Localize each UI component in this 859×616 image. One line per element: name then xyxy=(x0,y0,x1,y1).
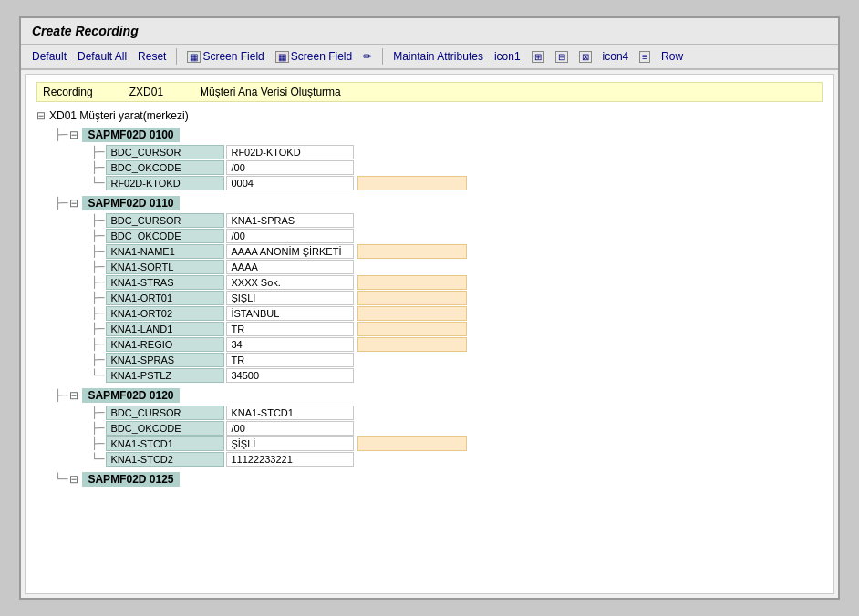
section-0100-rows: ├─ BDC_CURSOR RF02D-KTOKD ├─ BDC_OKCODE … xyxy=(91,145,823,190)
field-bdc-cursor-0110: BDC_CURSOR xyxy=(106,213,224,228)
field-kna1-stcd1: KNA1-STCD1 xyxy=(106,436,224,451)
tree-root: ⊟ XD01 Müşteri yarat(merkezi) ├─ ⊟ SAPMF… xyxy=(36,109,823,487)
row-kna1-stcd2: └─ KNA1-STCD2 11122233221 xyxy=(91,452,823,467)
section-0100-connector: ├─ xyxy=(55,128,67,141)
field-kna1-pstlz: KNA1-PSTLZ xyxy=(106,368,224,383)
row-kna1-name1: ├─ KNA1-NAME1 AAAA ANONİM ŞİRKETİ xyxy=(91,244,823,259)
screen-field-icon-2: ▦ xyxy=(275,51,289,63)
section-0110: ├─ ⊟ SAPMF02D 0110 ├─ BDC_CURSOR KNA1-SP… xyxy=(55,196,823,383)
value-rf02d-ktokd: 0004 xyxy=(226,176,354,190)
row-kna1-stcd1: ├─ KNA1-STCD1 ŞİŞLİ xyxy=(91,436,823,451)
row-connector: ├─ xyxy=(91,276,104,289)
screen-field-2-button[interactable]: ▦ Screen Field xyxy=(272,48,356,65)
value-kna1-land1: TR xyxy=(226,322,354,336)
screen-field-1-label: Screen Field xyxy=(202,50,264,63)
row-kna1-land1: ├─ KNA1-LAND1 TR xyxy=(91,322,823,336)
row-kna1-ort02: ├─ KNA1-ORT02 İSTANBUL xyxy=(91,306,823,321)
param-kna1-regio xyxy=(357,337,467,352)
default-label: Default xyxy=(32,50,67,63)
section-0110-folder-icon: ⊟ xyxy=(69,197,78,210)
row-connector: ├─ xyxy=(91,292,104,304)
section-0125-header-row: └─ ⊟ SAPMF02D 0125 xyxy=(55,472,823,487)
section-0100: ├─ ⊟ SAPMF02D 0100 ├─ BDC_CURSOR RF02D-K… xyxy=(55,128,823,190)
field-kna1-sortl: KNA1-SORTL xyxy=(106,260,224,274)
row-label: Row xyxy=(661,50,683,63)
field-bdc-cursor-0100: BDC_CURSOR xyxy=(106,145,224,159)
value-kna1-stras: XXXX Sok. xyxy=(226,275,354,290)
screen-field-1-button[interactable]: ▦ Screen Field xyxy=(183,48,267,65)
separator-2 xyxy=(382,48,383,65)
row-connector-bdc-cursor: ├─ xyxy=(91,146,104,159)
row-connector: ├─ xyxy=(91,245,104,258)
value-kna1-ort01: ŞİŞLİ xyxy=(226,291,354,305)
row-connector: └─ xyxy=(91,453,104,466)
row-bdc-cursor-0110: ├─ BDC_CURSOR KNA1-SPRAS xyxy=(91,213,823,228)
toolbar: Default Default All Reset ▦ Screen Field… xyxy=(21,45,838,70)
recording-label: Recording xyxy=(43,86,93,98)
row-icon-button[interactable]: ≡ xyxy=(636,49,654,65)
icon-btn-2[interactable]: ⊟ xyxy=(552,49,572,65)
param-kna1-land1 xyxy=(357,322,467,336)
field-kna1-stras: KNA1-STRAS xyxy=(106,275,224,290)
reset-button[interactable]: Reset xyxy=(134,48,170,65)
subtree-label: icon4 xyxy=(603,50,629,63)
maintain-attributes-button[interactable]: icon1 xyxy=(491,48,524,65)
table-icon-3: ⊠ xyxy=(579,51,592,63)
value-bdc-okcode-0100: /00 xyxy=(226,160,354,175)
edit-icon-button[interactable]: ✏ xyxy=(359,48,376,65)
row-kna1-stras: ├─ KNA1-STRAS XXXX Sok. xyxy=(91,275,823,290)
row-button[interactable]: Row xyxy=(657,48,687,65)
root-label: XD01 Müşteri yarat(merkezi) xyxy=(49,109,189,122)
row-connector: └─ xyxy=(91,369,104,382)
row-bdc-cursor-0100: ├─ BDC_CURSOR RF02D-KTOKD xyxy=(91,145,823,159)
default-button[interactable]: Default xyxy=(28,48,70,65)
recording-id: ZXD01 xyxy=(129,86,163,98)
row-connector: ├─ xyxy=(91,437,104,450)
section-0100-header-row: ├─ ⊟ SAPMF02D 0100 xyxy=(55,128,823,142)
section-0110-connector: ├─ xyxy=(55,197,67,210)
section-0110-label: SAPMF02D 0110 xyxy=(82,196,179,210)
field-bdc-okcode-0120: BDC_OKCODE xyxy=(106,421,224,436)
icon-btn-3[interactable]: ⊠ xyxy=(575,49,595,65)
field-rf02d-ktokd: RF02D-KTOKD xyxy=(106,176,224,190)
field-kna1-land1: KNA1-LAND1 xyxy=(106,322,224,336)
row-connector: ├─ xyxy=(91,338,104,351)
default-all-button[interactable]: Default All xyxy=(74,48,130,65)
subtree-button[interactable]: icon4 xyxy=(599,48,633,65)
value-kna1-spras: TR xyxy=(226,353,354,367)
field-kna1-ort02: KNA1-ORT02 xyxy=(106,306,224,321)
value-bdc-cursor-0100: RF02D-KTOKD xyxy=(226,145,354,159)
recording-description: Müşteri Ana Verisi Oluşturma xyxy=(200,86,341,98)
content-area: Recording ZXD01 Müşteri Ana Verisi Oluşt… xyxy=(25,74,834,594)
value-bdc-okcode-0120: /00 xyxy=(226,421,354,436)
field-bdc-okcode-0110: BDC_OKCODE xyxy=(106,229,224,243)
separator-1 xyxy=(176,48,177,65)
root-folder-icon: ⊟ xyxy=(36,109,46,122)
row-bdc-okcode-0110: ├─ BDC_OKCODE /00 xyxy=(91,229,823,243)
row-connector: ├─ xyxy=(91,323,104,335)
icon-btn-1[interactable]: ⊞ xyxy=(528,49,548,65)
row-connector: ├─ xyxy=(91,422,104,435)
section-0125-connector: └─ xyxy=(55,473,67,486)
row-bdc-cursor-0120: ├─ BDC_CURSOR KNA1-STCD1 xyxy=(91,406,823,420)
root-row: ⊟ XD01 Müşteri yarat(merkezi) xyxy=(36,109,823,122)
section-0120-connector: ├─ xyxy=(55,389,67,402)
section-0100-folder-icon: ⊟ xyxy=(69,128,78,141)
table-icon-2: ⊟ xyxy=(555,51,568,63)
row-connector: ├─ xyxy=(91,214,104,227)
row-icon: ≡ xyxy=(639,51,650,63)
row-kna1-regio: ├─ KNA1-REGIO 34 xyxy=(91,337,823,352)
row-rf02d-ktokd: └─ RF02D-KTOKD 0004 xyxy=(91,176,823,190)
field-kna1-name1: KNA1-NAME1 xyxy=(106,244,224,259)
row-connector-bdc-okcode: ├─ xyxy=(91,161,104,174)
section-0120-folder-icon: ⊟ xyxy=(69,389,78,402)
repeat-recording-button[interactable]: Maintain Attributes xyxy=(389,48,487,65)
row-bdc-okcode-0100: ├─ BDC_OKCODE /00 xyxy=(91,160,823,175)
value-kna1-sortl: AAAA xyxy=(226,260,354,274)
field-bdc-okcode-0100: BDC_OKCODE xyxy=(106,160,224,175)
row-connector-rf02d: └─ xyxy=(91,177,104,190)
param-kna1-stras xyxy=(357,275,467,290)
row-bdc-okcode-0120: ├─ BDC_OKCODE /00 xyxy=(91,421,823,436)
title-bar: Create Recording xyxy=(21,18,838,45)
screen-field-2-label: Screen Field xyxy=(291,50,352,63)
